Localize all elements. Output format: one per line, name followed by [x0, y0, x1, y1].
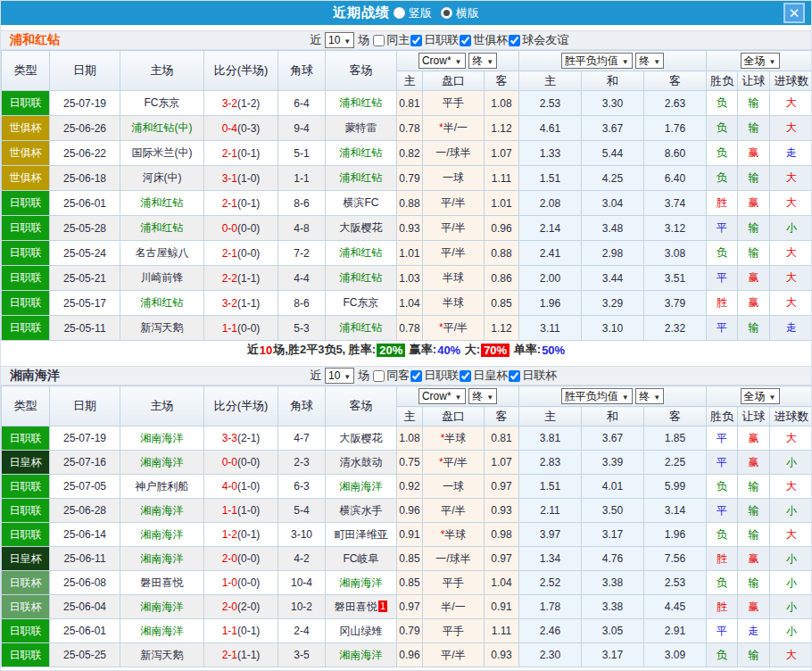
home-odds-cell: 1.01: [397, 241, 423, 266]
away-odds-cell: 0.88: [485, 241, 519, 266]
mean-away-cell: 6.40: [644, 166, 707, 191]
col-mean-away: 客: [644, 407, 707, 427]
mean-away-cell: 2.25: [644, 451, 707, 475]
away-odds-cell: 1.07: [485, 451, 519, 475]
home-team-cell: 磐田喜悦: [120, 571, 204, 595]
mean-home-cell: 1.96: [519, 291, 582, 316]
mean-time-select[interactable]: 终: [635, 53, 664, 69]
checkbox-input[interactable]: [509, 35, 520, 46]
col-home: 主场: [120, 51, 204, 91]
score-cell: 2-1(1-1): [204, 643, 278, 667]
goals-result-cell: 大: [770, 291, 812, 316]
home-odds-cell: 0.78: [397, 316, 423, 341]
away-team-cell: 浦和红钻: [326, 316, 397, 341]
filter-checkbox[interactable]: 日联杯: [509, 368, 557, 384]
close-button[interactable]: ✕: [783, 3, 805, 23]
mean-select[interactable]: 胜平负均值: [561, 53, 633, 69]
filter-checkbox[interactable]: 同客: [373, 368, 410, 384]
filter-checkbox[interactable]: 同主: [373, 32, 410, 48]
handicap-cell: 平/半: [423, 191, 485, 216]
score-cell: 1-1(1-0): [204, 499, 278, 523]
mean-draw-cell: 5.44: [582, 141, 644, 166]
checkbox-input[interactable]: [410, 370, 422, 382]
col-result: 胜负: [707, 407, 738, 427]
match-row: 日联杯25-06-04湘南海洋2-0(2-0)10-2磐田喜悦10.97半/一0…: [2, 595, 812, 619]
mean-away-cell: 3.14: [644, 499, 707, 523]
col-mean-draw: 和: [582, 71, 644, 91]
filter-checkbox[interactable]: 日职联: [410, 32, 459, 48]
radio-label: 横版: [456, 5, 479, 21]
away-team-table: 类型 日期 主场 比分(半场) 角球 客场 Crow* 终 胜平负均值 终 全场: [1, 385, 812, 667]
filter-checkbox[interactable]: 球会友谊: [509, 32, 568, 48]
radio-icon[interactable]: [394, 7, 405, 19]
mean-away-cell: 3.12: [644, 216, 707, 241]
checkbox-input[interactable]: [410, 35, 422, 46]
home-team-cell: 名古屋鲸八: [120, 241, 204, 266]
home-team-cell: 浦和红钻: [120, 216, 204, 241]
checkbox-input[interactable]: [509, 370, 520, 382]
score-cell: 1-1(0-1): [204, 619, 278, 643]
filter-checkbox[interactable]: 日职联: [410, 368, 459, 384]
mean-away-cell: 3.51: [644, 266, 707, 291]
home-odds-cell: 0.96: [397, 643, 423, 667]
checkbox-label: 日职联: [424, 368, 459, 384]
odds-time-select[interactable]: 终: [468, 388, 497, 404]
home-odds-cell: 0.81: [397, 91, 423, 116]
odds-time-select[interactable]: 终: [468, 53, 497, 69]
col-goals: 进球数: [770, 407, 812, 427]
away-team-cell: 湘南海洋: [326, 475, 397, 499]
date-cell: 25-05-25: [50, 643, 120, 667]
layout-radio-option[interactable]: 竖版: [394, 5, 432, 21]
radio-icon[interactable]: [441, 7, 452, 19]
mean-select[interactable]: 胜平负均值: [561, 388, 633, 404]
handicap-result-cell: 赢: [738, 595, 770, 619]
checkbox-input[interactable]: [373, 370, 385, 382]
corners-cell: 10-2: [278, 595, 326, 619]
mean-away-cell: 4.45: [644, 595, 707, 619]
filter-checkbox[interactable]: 世俱杯: [460, 32, 508, 48]
handicap-result-cell: 赢: [738, 141, 770, 166]
date-cell: 25-06-28: [50, 499, 120, 523]
mean-time-select[interactable]: 终: [635, 388, 664, 404]
match-row: 世俱杯25-06-26浦和红钻(中)0-4(0-3)9-4蒙特雷0.78*半/一…: [2, 116, 812, 141]
mean-away-cell: 2.53: [644, 571, 707, 595]
spacer: [1, 359, 811, 366]
mean-away-cell: 3.74: [644, 191, 707, 216]
match-row: 世俱杯25-06-22国际米兰(中)2-1(0-1)5-1浦和红钻0.82一/球…: [2, 141, 812, 166]
corners-cell: 3-5: [278, 643, 326, 667]
mean-away-cell: 7.56: [644, 547, 707, 571]
competition-cell: 日皇杯: [2, 547, 50, 571]
home-odds-cell: 0.88: [397, 191, 423, 216]
goals-result-cell: 小: [770, 571, 812, 595]
mean-group-header: 胜平负均值 终: [519, 51, 707, 71]
checkbox-input[interactable]: [373, 35, 385, 46]
home-odds-cell: 1.08: [397, 427, 423, 451]
bookmaker-select[interactable]: Crow*: [418, 388, 466, 404]
scope-select[interactable]: 全场: [741, 388, 780, 404]
competition-cell: 日职联: [2, 427, 50, 451]
away-team-cell: 町田泽维亚: [326, 523, 397, 547]
panel-title: 近期战绩: [333, 4, 390, 21]
handicap-result-cell: 输: [738, 91, 770, 116]
competition-cell: 日职联: [2, 191, 50, 216]
filter-checkbox[interactable]: 日皇杯: [460, 368, 508, 384]
mean-home-cell: 3.97: [519, 523, 582, 547]
games-count-select[interactable]: 10: [325, 368, 354, 384]
checkbox-input[interactable]: [460, 35, 471, 46]
handicap-cell: 平手: [423, 91, 485, 116]
mean-home-cell: 2.41: [519, 241, 582, 266]
bookmaker-select[interactable]: Crow*: [418, 53, 466, 69]
handicap-cell: 平手: [423, 619, 485, 643]
layout-radio-selected[interactable]: 横版: [441, 5, 479, 21]
goals-result-cell: 大: [770, 116, 812, 141]
away-odds-cell: 0.93: [485, 643, 519, 667]
col-home: 主场: [120, 386, 204, 427]
result-cell: 负: [707, 475, 738, 499]
handicap-cell: 一球: [423, 475, 485, 499]
handicap-cell: 一/球半: [423, 547, 485, 571]
scope-select[interactable]: 全场: [741, 53, 780, 69]
handicap-result-cell: 走: [738, 619, 770, 643]
titlebar: 近期战绩 竖版横版 ✕: [1, 1, 811, 25]
checkbox-input[interactable]: [460, 370, 471, 382]
games-count-select[interactable]: 10: [325, 32, 354, 48]
